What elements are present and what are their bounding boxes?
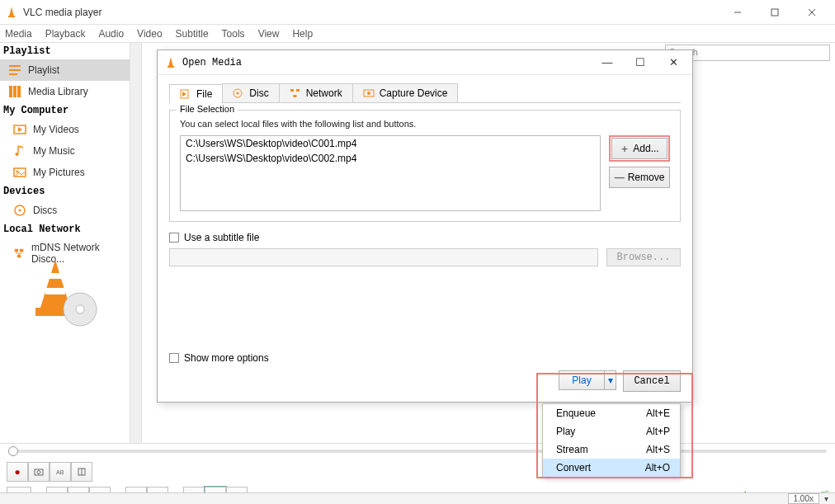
sidebar-heading-network: Local Network [0, 221, 130, 238]
svg-point-16 [19, 210, 21, 212]
menu-audio[interactable]: Audio [98, 28, 124, 40]
cancel-button[interactable]: Cancel [623, 370, 681, 392]
file-list[interactable]: C:\Users\WS\Desktop\video\C001.mp4 C:\Us… [180, 135, 601, 211]
menu-playback[interactable]: Playback [45, 28, 86, 40]
svg-rect-2 [771, 9, 778, 16]
menu-video[interactable]: Video [137, 28, 162, 40]
minimize-button[interactable] [719, 1, 756, 24]
svg-point-49 [367, 92, 370, 95]
seek-bar[interactable] [0, 444, 835, 459]
tab-file[interactable]: File [169, 84, 223, 103]
network-icon [290, 88, 301, 98]
speed-dropdown-icon[interactable]: ▾ [824, 494, 828, 503]
sidebar-item-mypictures[interactable]: My Pictures [0, 162, 130, 183]
group-desc: You can select local files with the foll… [180, 119, 670, 129]
dialog-minimize-button[interactable]: — [595, 56, 620, 68]
subtitle-checkbox-label: Use a subtitle file [184, 232, 259, 243]
play-dropdown-caret[interactable]: ▾ [604, 371, 616, 389]
file-selection-group: File Selection You can select local file… [169, 110, 681, 222]
menu-subtitle[interactable]: Subtitle [176, 28, 209, 40]
music-icon [13, 144, 26, 158]
menu-media[interactable]: Media [5, 28, 32, 40]
record-button[interactable]: ● [7, 462, 28, 482]
sidebar: Playlist Playlist Media Library My Compu… [0, 43, 130, 443]
library-icon [8, 85, 21, 98]
tab-disc[interactable]: Disc [222, 83, 279, 102]
dialog-title: Open Media [182, 57, 595, 68]
sidebar-item-discs[interactable]: Discs [0, 200, 130, 221]
file-icon [180, 89, 191, 99]
sidebar-item-playlist[interactable]: Playlist [0, 59, 130, 81]
vlc-cone-icon [5, 6, 18, 19]
sidebar-item-label: Media Library [28, 86, 88, 97]
svg-rect-8 [9, 86, 12, 97]
svg-text:AB: AB [56, 469, 64, 475]
tab-capture[interactable]: Capture Device [352, 83, 459, 102]
svg-rect-45 [290, 89, 294, 92]
browse-button: Browse... [606, 248, 681, 266]
file-list-item[interactable]: C:\Users\WS\Desktop\video\C002.mp4 [181, 151, 600, 166]
playback-bar: ● AB 37% [0, 443, 835, 492]
titlebar: VLC media player [0, 0, 835, 25]
menu-item-enqueue[interactable]: Enqueue Alt+E [543, 404, 680, 422]
video-icon [13, 123, 26, 136]
sidebar-item-label: My Music [33, 145, 75, 157]
svg-rect-20 [49, 273, 62, 279]
more-options-label: Show more options [184, 352, 269, 364]
svg-rect-21 [45, 288, 65, 294]
playlist-icon [8, 64, 21, 77]
sidebar-heading-computer: My Computer [0, 102, 130, 119]
a-b-loop-button[interactable]: AB [50, 462, 71, 482]
frame-button[interactable] [71, 462, 92, 482]
sidebar-heading-playlist: Playlist [0, 43, 130, 59]
sidebar-item-label: My Videos [33, 124, 79, 135]
play-split-button[interactable]: Play ▾ [559, 370, 616, 390]
app-title: VLC media player [23, 7, 719, 18]
menu-item-convert[interactable]: Convert Alt+O [543, 459, 680, 477]
dialog-maximize-button[interactable]: ☐ [628, 56, 653, 68]
sidebar-scrollbar[interactable] [130, 43, 142, 443]
capture-icon [363, 88, 375, 98]
tab-network[interactable]: Network [279, 83, 353, 102]
sidebar-item-myvideos[interactable]: My Videos [0, 119, 130, 140]
play-dropdown-menu: Enqueue Alt+E Play Alt+P Stream Alt+S Co… [542, 403, 681, 478]
svg-rect-46 [296, 89, 300, 92]
svg-point-14 [17, 171, 19, 173]
menu-tools[interactable]: Tools [222, 28, 245, 40]
plus-icon: ＋ [620, 142, 630, 156]
svg-rect-5 [9, 65, 21, 67]
sidebar-item-label: Discs [33, 205, 57, 216]
menu-help[interactable]: Help [292, 28, 313, 40]
dialog-close-button[interactable]: ✕ [661, 56, 686, 68]
picture-icon [13, 166, 26, 179]
sidebar-item-label: Playlist [28, 64, 59, 76]
svg-rect-7 [9, 73, 17, 75]
file-list-item[interactable]: C:\Users\WS\Desktop\video\C001.mp4 [181, 136, 600, 151]
maximize-button[interactable] [756, 1, 793, 24]
svg-point-26 [37, 471, 40, 474]
close-button[interactable] [793, 1, 830, 24]
menubar: Media Playback Audio Video Subtitle Tool… [0, 25, 835, 43]
svg-point-44 [237, 92, 239, 95]
snapshot-button[interactable] [28, 462, 50, 482]
remove-button[interactable]: — Remove [609, 167, 670, 188]
svg-rect-6 [9, 69, 21, 71]
disc-icon [233, 88, 244, 98]
add-button[interactable]: ＋ Add... [611, 138, 668, 159]
svg-rect-47 [293, 95, 296, 97]
more-options-checkbox[interactable] [169, 353, 179, 363]
sidebar-item-media-library[interactable]: Media Library [0, 81, 130, 102]
sidebar-item-label: My Pictures [33, 167, 85, 178]
show-more-options[interactable]: Show more options [169, 352, 269, 364]
svg-rect-41 [167, 66, 174, 68]
menu-view[interactable]: View [258, 28, 280, 40]
subtitle-path-input [169, 248, 598, 266]
sidebar-item-mymusic[interactable]: My Music [0, 140, 130, 162]
subtitle-checkbox[interactable] [169, 233, 179, 243]
menu-item-stream[interactable]: Stream Alt+S [543, 440, 680, 459]
zoom-label: 1.00x [788, 493, 819, 504]
dialog-titlebar: Open Media — ☐ ✕ [158, 50, 692, 75]
menu-item-play[interactable]: Play Alt+P [543, 422, 680, 440]
svg-point-24 [76, 305, 84, 313]
subtitle-checkbox-row[interactable]: Use a subtitle file [169, 232, 681, 243]
